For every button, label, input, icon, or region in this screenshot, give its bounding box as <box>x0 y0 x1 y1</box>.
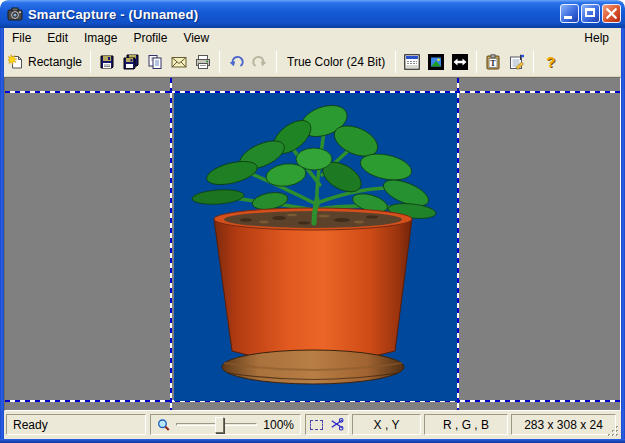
toolbar-separator <box>276 51 277 73</box>
resize-grip-icon[interactable] <box>606 424 620 438</box>
print-icon <box>195 54 211 70</box>
menu-help[interactable]: Help <box>576 29 617 47</box>
copy-icon <box>147 54 163 70</box>
resize-image-button[interactable] <box>448 51 472 73</box>
email-button[interactable] <box>167 51 191 73</box>
resize-arrows-icon <box>452 54 468 70</box>
status-bar: Ready 100% X , Y R , G , B <box>4 411 621 439</box>
email-icon <box>171 54 187 70</box>
smartcapture-window: SmartCapture - (Unnamed) File Edit Image… <box>0 0 625 443</box>
clipboard-button[interactable]: T <box>481 51 505 73</box>
image-size-panel: 283 x 308 x 24 <box>511 414 616 435</box>
capture-rectangle-button[interactable]: Rectangle <box>4 51 86 73</box>
save-all-icon <box>123 54 139 70</box>
copy-button[interactable] <box>143 51 167 73</box>
menu-image[interactable]: Image <box>76 29 125 47</box>
save-all-button[interactable] <box>119 51 143 73</box>
print-button[interactable] <box>191 51 215 73</box>
title-bar[interactable]: SmartCapture - (Unnamed) <box>0 0 625 28</box>
clipboard-icon: T <box>485 54 501 70</box>
save-icon <box>99 54 115 70</box>
capture-profile-label: Rectangle <box>28 55 82 69</box>
close-icon <box>603 5 620 22</box>
menu-edit[interactable]: Edit <box>39 29 76 47</box>
window-border-bottom <box>0 439 625 443</box>
scissors-icon[interactable] <box>329 417 344 432</box>
zoom-magnifier-icon <box>157 418 170 432</box>
zoom-slider-thumb[interactable] <box>215 417 224 433</box>
maximize-icon <box>585 8 595 17</box>
minimize-icon <box>564 16 572 19</box>
selection-tools-panel <box>305 414 349 435</box>
image-size-label: 283 x 308 x 24 <box>524 418 603 432</box>
window-border-right <box>621 28 625 443</box>
undo-button[interactable] <box>224 51 248 73</box>
close-button[interactable] <box>602 4 621 23</box>
toolbar-separator <box>90 51 91 73</box>
camera-icon <box>7 6 23 22</box>
rgb-label: R , G , B <box>443 418 489 432</box>
new-capture-icon <box>8 54 24 70</box>
properties-button[interactable] <box>505 51 529 73</box>
zoom-panel: 100% <box>150 414 301 435</box>
color-depth-label: True Color (24 Bit) <box>281 55 391 69</box>
redo-button[interactable] <box>248 51 272 73</box>
toolbar-separator <box>476 51 477 73</box>
menu-bar: File Edit Image Profile View Help <box>4 28 621 47</box>
capture-canvas[interactable] <box>4 77 621 411</box>
selection-line-right[interactable] <box>457 78 459 411</box>
zoom-slider[interactable] <box>176 423 257 426</box>
toolbar-separator <box>533 51 534 73</box>
selection-line-left[interactable] <box>170 78 172 411</box>
menu-file[interactable]: File <box>4 29 39 47</box>
properties-icon <box>509 54 525 70</box>
menu-profile[interactable]: Profile <box>125 29 175 47</box>
help-icon: ? <box>542 53 559 70</box>
menu-view[interactable]: View <box>175 29 217 47</box>
status-message-panel: Ready <box>6 414 146 435</box>
pixel-color-panel: R , G , B <box>424 414 508 435</box>
xy-label: X , Y <box>374 418 400 432</box>
image-preview-icon <box>428 54 444 70</box>
cursor-position-panel: X , Y <box>352 414 421 435</box>
redo-icon <box>252 54 268 70</box>
svg-text:T: T <box>491 58 497 67</box>
minimize-button[interactable] <box>560 4 579 23</box>
captured-plant-image <box>174 93 457 401</box>
save-button[interactable] <box>95 51 119 73</box>
help-button[interactable]: ? <box>538 50 563 73</box>
zoom-percent: 100% <box>263 418 294 432</box>
capture-window-icon <box>404 54 420 70</box>
toolbar-separator <box>395 51 396 73</box>
undo-icon <box>228 54 244 70</box>
image-preview-button[interactable] <box>424 51 448 73</box>
selection-marquee-icon[interactable] <box>310 420 323 430</box>
toolbar: Rectangle <box>4 47 621 77</box>
window-border-left <box>0 28 4 443</box>
window-title: SmartCapture - (Unnamed) <box>28 7 198 22</box>
status-text: Ready <box>13 418 48 432</box>
toolbar-separator <box>219 51 220 73</box>
capture-window-button[interactable] <box>400 51 424 73</box>
maximize-button[interactable] <box>581 4 600 23</box>
